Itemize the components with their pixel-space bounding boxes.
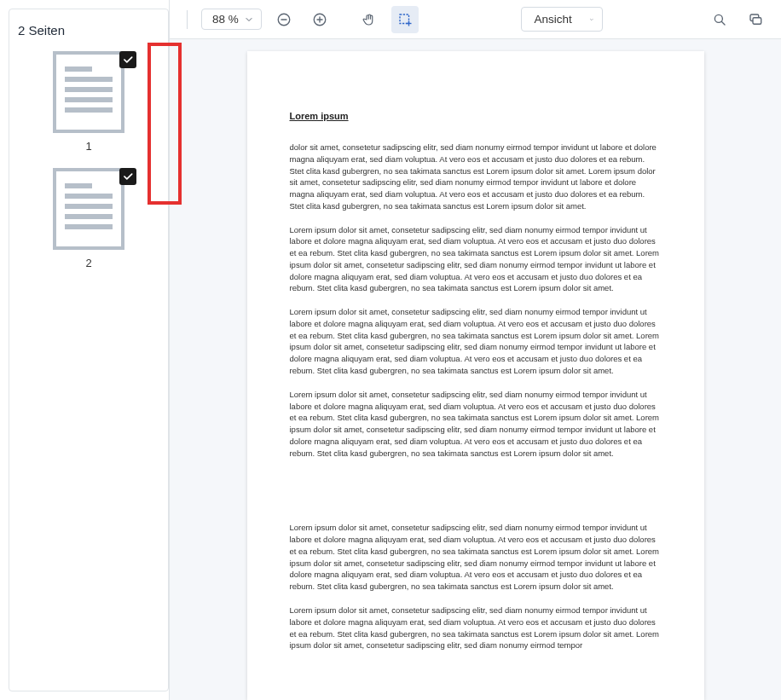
thumbnail-list: 1 (13, 49, 165, 269)
svg-rect-23 (753, 17, 761, 24)
paragraph: Lorem ipsum dolor sit amet, consetetur s… (290, 605, 662, 651)
thumbnail-number: 2 (85, 257, 91, 269)
svg-rect-10 (65, 214, 113, 219)
thumbnail-number: 1 (85, 140, 91, 153)
main-area: 88 % Ansicht (169, 0, 781, 700)
view-dropdown[interactable]: Ansicht (521, 7, 603, 32)
document-viewport[interactable]: Lorem ipsum dolor sit amet, consetetur s… (170, 39, 781, 700)
paragraph: Lorem ipsum dolor sit amet, consetetur s… (290, 224, 662, 295)
svg-rect-8 (65, 194, 113, 199)
paragraph: dolor sit amet, consetetur sadipscing el… (290, 142, 662, 212)
chevron-down-icon (244, 14, 254, 25)
comments-button[interactable] (742, 6, 769, 33)
pan-tool-button[interactable] (356, 6, 383, 33)
page-thumbnail[interactable] (49, 166, 128, 252)
svg-rect-11 (65, 224, 113, 229)
svg-rect-1 (65, 67, 92, 72)
svg-rect-9 (65, 204, 113, 209)
marquee-select-button[interactable] (391, 6, 419, 33)
sidebar: 2 Seiten (0, 0, 169, 700)
thumbnail-item[interactable]: 1 (49, 49, 128, 153)
document-title: Lorem ipsum (290, 111, 662, 142)
paragraph: Lorem ipsum dolor sit amet, consetetur s… (290, 522, 662, 593)
zoom-out-button[interactable] (270, 6, 298, 33)
page-select-checkbox[interactable] (119, 168, 136, 185)
paragraph: Lorem ipsum dolor sit amet, consetetur s… (290, 389, 662, 460)
svg-line-21 (721, 21, 725, 25)
svg-rect-3 (65, 87, 113, 92)
view-label: Ansicht (534, 13, 571, 26)
page-thumbnail[interactable] (49, 49, 128, 135)
annotation-highlight-box (148, 43, 182, 205)
zoom-value: 88 % (212, 13, 239, 26)
svg-rect-2 (65, 77, 113, 82)
toolbar-divider (187, 10, 188, 29)
svg-rect-7 (65, 183, 92, 188)
zoom-in-button[interactable] (306, 6, 333, 33)
document-page: Lorem ipsum dolor sit amet, consetetur s… (247, 51, 704, 700)
zoom-select[interactable]: 88 % (201, 9, 262, 30)
page-select-checkbox[interactable] (119, 51, 136, 68)
svg-rect-4 (65, 97, 113, 102)
search-button[interactable] (706, 6, 733, 33)
paragraph: Lorem ipsum dolor sit amet, consetetur s… (290, 306, 662, 377)
thumbnail-item[interactable]: 2 (49, 166, 128, 269)
pages-count-title: 2 Seiten (13, 18, 165, 49)
chevron-down-icon (589, 14, 594, 25)
sidebar-panel: 2 Seiten (9, 9, 169, 691)
svg-rect-5 (65, 107, 113, 113)
toolbar: 88 % Ansicht (170, 0, 781, 39)
svg-rect-17 (400, 14, 409, 24)
